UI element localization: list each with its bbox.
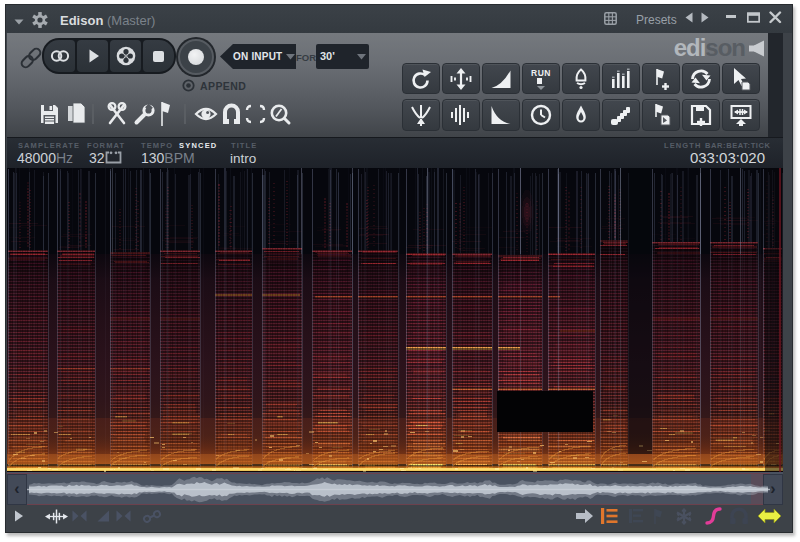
svg-text:RUN: RUN — [531, 68, 551, 78]
